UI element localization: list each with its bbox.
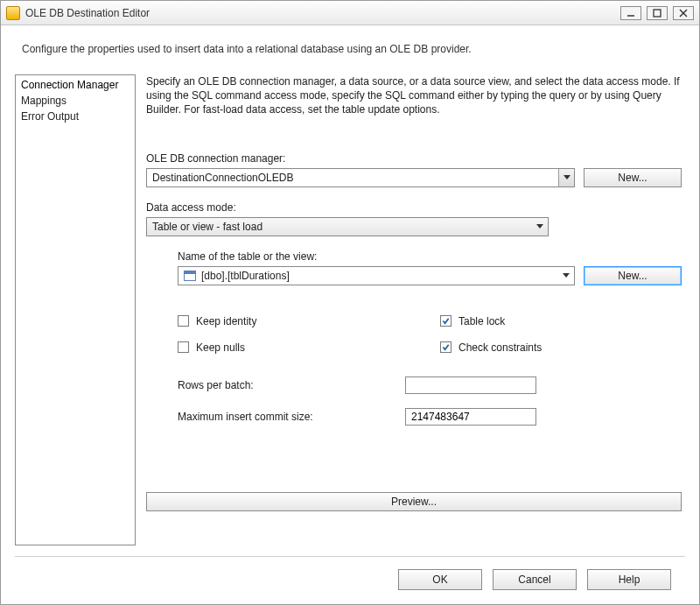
field-rows-per-batch: Rows per batch: [178, 376, 682, 394]
close-button[interactable] [673, 6, 694, 20]
max-commit-label: Maximum insert commit size: [178, 411, 405, 423]
svg-rect-1 [654, 10, 661, 17]
preview-button[interactable]: Preview... [146, 492, 682, 511]
maximize-button[interactable] [647, 6, 668, 20]
field-access-mode: Data access mode: Table or view - fast l… [146, 201, 682, 236]
checkbox-keep-nulls[interactable]: Keep nulls [178, 341, 419, 354]
field-connection-manager: OLE DB connection manager: DestinationCo… [146, 152, 682, 187]
check-icon [442, 317, 450, 325]
window-buttons [620, 6, 694, 20]
ok-button[interactable]: OK [398, 569, 482, 590]
max-commit-input[interactable] [405, 408, 536, 426]
checkbox-table-lock[interactable]: Table lock [440, 315, 682, 327]
dialog-footer: OK Cancel Help [15, 557, 685, 604]
dialog-window: OLE DB Destination Editor Configure the … [0, 0, 700, 605]
field-max-commit-size: Maximum insert commit size: [178, 408, 682, 426]
window-title: OLE DB Destination Editor [25, 7, 620, 19]
connection-manager-label: OLE DB connection manager: [146, 152, 682, 165]
nav-item-connection-manager[interactable]: Connection Manager [19, 77, 131, 93]
checkbox-box [440, 315, 452, 327]
nav-item-error-output[interactable]: Error Output [19, 109, 131, 124]
rows-per-batch-label: Rows per batch: [178, 379, 405, 391]
main-area: Connection Manager Mappings Error Output… [15, 74, 685, 557]
dropdown-button[interactable] [558, 267, 574, 285]
checkbox-box [178, 341, 189, 353]
checkbox-keep-identity[interactable]: Keep identity [178, 315, 419, 327]
app-icon [6, 6, 20, 20]
connection-manager-panel: Specify an OLE DB connection manager, a … [146, 74, 685, 545]
access-mode-label: Data access mode: [146, 201, 682, 214]
table-name-value: [dbo].[tblDurations] [201, 270, 558, 282]
checkbox-label: Keep nulls [196, 341, 245, 354]
titlebar: OLE DB Destination Editor [1, 1, 699, 25]
rows-per-batch-input[interactable] [405, 376, 536, 394]
cancel-button[interactable]: Cancel [493, 569, 577, 590]
connection-manager-dropdown[interactable]: DestinationConnectionOLEDB [146, 168, 575, 187]
checkbox-box [178, 315, 189, 327]
dropdown-button[interactable] [532, 218, 548, 236]
dialog-description: Configure the properties used to insert … [15, 36, 685, 74]
help-button[interactable]: Help [587, 569, 671, 590]
minimize-button[interactable] [620, 6, 641, 20]
access-mode-dropdown[interactable]: Table or view - fast load [146, 217, 549, 236]
field-table-name: Name of the table or the view: [dbo].[tb… [178, 250, 682, 285]
chevron-down-icon [564, 175, 570, 179]
checkbox-grid: Keep identity Table lock Keep nulls [178, 315, 682, 354]
checkbox-label: Keep identity [196, 315, 256, 327]
checkbox-box [440, 341, 452, 353]
fast-load-options: Name of the table or the view: [dbo].[tb… [178, 250, 682, 440]
close-icon [679, 9, 688, 18]
connection-manager-value: DestinationConnectionOLEDB [152, 172, 558, 184]
chevron-down-icon [536, 224, 543, 229]
chevron-down-icon [563, 273, 570, 278]
access-mode-value: Table or view - fast load [152, 221, 532, 233]
nav-list[interactable]: Connection Manager Mappings Error Output [15, 74, 136, 545]
dialog-body: Configure the properties used to insert … [1, 25, 699, 604]
new-table-button[interactable]: New... [584, 266, 682, 285]
nav-item-mappings[interactable]: Mappings [19, 93, 131, 109]
checkbox-label: Check constraints [458, 341, 542, 354]
panel-intro: Specify an OLE DB connection manager, a … [146, 74, 682, 117]
maximize-icon [653, 9, 662, 18]
table-name-label: Name of the table or the view: [178, 250, 682, 263]
check-icon [442, 343, 450, 351]
minimize-icon [626, 9, 635, 18]
new-connection-button[interactable]: New... [584, 168, 682, 187]
preview-row: Preview... [146, 492, 682, 511]
checkbox-check-constraints[interactable]: Check constraints [440, 341, 682, 354]
table-name-dropdown[interactable]: [dbo].[tblDurations] [178, 266, 575, 285]
checkbox-label: Table lock [458, 315, 505, 327]
dropdown-button[interactable] [558, 169, 574, 186]
table-icon [184, 271, 196, 281]
